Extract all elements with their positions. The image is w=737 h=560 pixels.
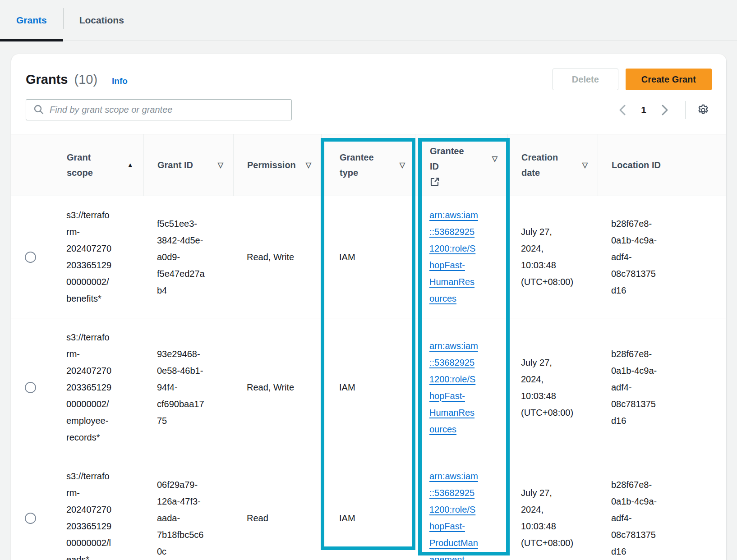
permission-cell: Read, Write xyxy=(233,196,321,318)
row-radio-button[interactable] xyxy=(25,382,36,393)
row-radio-button[interactable] xyxy=(25,252,36,263)
grantee-type-cell: IAM xyxy=(321,196,415,318)
grantee-id-link[interactable]: arn:aws:iam::536829251200:role/ShopFast-… xyxy=(429,468,478,560)
chevron-left-icon xyxy=(618,104,626,116)
grantee-type-value: IAM xyxy=(339,510,355,527)
header-grant-scope[interactable]: Grant scope ▲ xyxy=(53,134,143,196)
header-grantee-type-label: Grantee type xyxy=(340,150,385,180)
location-id-cell: b28f67e8-0a1b-4c9a-adf4-08c781375d16 xyxy=(598,457,726,560)
grantee-type-value: IAM xyxy=(339,249,355,266)
location-id-value: b28f67e8-0a1b-4c9a-adf4-08c781375d16 xyxy=(611,346,658,429)
header-selection xyxy=(11,134,53,196)
tab-locations-label: Locations xyxy=(79,15,124,26)
header-grant-scope-label: Grant scope xyxy=(67,150,112,180)
header-grantee-id[interactable]: Grantee ID ▽ xyxy=(415,134,507,196)
table-row: s3://terraform-2024072702033651290000000… xyxy=(11,457,726,560)
creation-date-cell: July 27, 2024, 10:03:48 (UTC+08:00) xyxy=(507,196,598,318)
header-creation-date-label: Creation date xyxy=(521,150,567,180)
header-grant-id-label: Grant ID xyxy=(157,157,193,173)
chevron-right-icon xyxy=(661,104,669,116)
table-row: s3://terraform-2024072702033651290000000… xyxy=(11,196,726,318)
preferences-button[interactable] xyxy=(695,101,712,119)
sort-descending-icon[interactable]: ▽ xyxy=(582,157,588,173)
permission-value: Read, Write xyxy=(247,379,294,396)
grantee-id-cell: arn:aws:iam::536829251200:role/ShopFast-… xyxy=(415,196,507,318)
header-permission-label: Permission xyxy=(247,157,296,173)
sort-ascending-icon[interactable]: ▲ xyxy=(127,157,134,173)
permission-cell: Read, Write xyxy=(233,318,321,457)
location-id-cell: b28f67e8-0a1b-4c9a-adf4-08c781375d16 xyxy=(598,318,726,457)
grant-id-value: 06f29a79-126a-47f3-aada-7b18fbc5c60c xyxy=(157,477,206,560)
creation-date-cell: July 27, 2024, 10:03:48 (UTC+08:00) xyxy=(507,457,598,560)
grantee-id-link[interactable]: arn:aws:iam::536829251200:role/ShopFast-… xyxy=(429,338,478,438)
grantee-type-cell: IAM xyxy=(321,318,415,457)
creation-date-value: July 27, 2024, 10:03:48 (UTC+08:00) xyxy=(521,354,576,421)
grant-id-cell: 93e29468-0e58-46b1-94f4-cf690baa1775 xyxy=(143,318,233,457)
grant-scope-cell: s3://terraform-2024072702033651290000000… xyxy=(53,196,143,318)
grant-scope-value: s3://terraform-2024072702033651290000000… xyxy=(66,207,112,307)
grant-scope-value: s3://terraform-2024072702033651290000000… xyxy=(66,468,112,560)
row-selection-cell xyxy=(11,457,53,560)
grants-panel: Grants (10) Info Delete Create Grant xyxy=(11,54,726,560)
header-grantee-id-label: Grantee ID xyxy=(430,143,475,174)
grantee-type-value: IAM xyxy=(339,379,355,396)
table-header-row: Grant scope ▲ Grant ID ▽ Permission ▽ Gr… xyxy=(11,134,726,196)
delete-button[interactable]: Delete xyxy=(553,69,618,90)
location-id-cell: b28f67e8-0a1b-4c9a-adf4-08c781375d16 xyxy=(598,196,726,318)
grantee-type-cell: IAM xyxy=(321,457,415,560)
toolbar: 1 xyxy=(11,90,726,120)
grantee-id-cell: arn:aws:iam::536829251200:role/ShopFast-… xyxy=(415,318,507,457)
panel-actions: Delete Create Grant xyxy=(553,69,712,90)
row-selection-cell xyxy=(11,318,53,457)
panel-title: Grants xyxy=(26,72,68,87)
grant-scope-cell: s3://terraform-2024072702033651290000000… xyxy=(53,457,143,560)
next-page-button[interactable] xyxy=(656,101,673,119)
grantee-id-link[interactable]: arn:aws:iam::536829251200:role/ShopFast-… xyxy=(429,207,478,307)
header-permission[interactable]: Permission ▽ xyxy=(233,134,321,196)
grant-id-cell: f5c51ee3-3842-4d5e-a0d9-f5e47ed27ab4 xyxy=(143,196,233,318)
gear-icon xyxy=(696,103,710,117)
permission-value: Read, Write xyxy=(247,249,294,266)
sort-descending-icon[interactable]: ▽ xyxy=(400,157,405,173)
search-input[interactable] xyxy=(26,99,292,120)
panel-header: Grants (10) Info Delete Create Grant xyxy=(11,54,726,90)
sort-descending-icon[interactable]: ▽ xyxy=(492,151,497,166)
tab-grants-label: Grants xyxy=(16,15,47,26)
search-icon xyxy=(34,105,44,115)
tab-bar: Grants Locations xyxy=(0,0,737,41)
grant-id-value: f5c51ee3-3842-4d5e-a0d9-f5e47ed27ab4 xyxy=(157,216,206,299)
creation-date-value: July 27, 2024, 10:03:48 (UTC+08:00) xyxy=(521,224,576,290)
page: Grants Locations Grants (10) Info Delete… xyxy=(0,0,737,560)
grant-scope-cell: s3://terraform-2024072702033651290000000… xyxy=(53,318,143,457)
table-body: s3://terraform-2024072702033651290000000… xyxy=(11,196,726,560)
info-link[interactable]: Info xyxy=(112,76,128,86)
grant-scope-value: s3://terraform-2024072702033651290000000… xyxy=(66,329,112,446)
create-grant-button[interactable]: Create Grant xyxy=(626,69,712,90)
header-creation-date[interactable]: Creation date ▽ xyxy=(507,134,598,196)
sort-descending-icon[interactable]: ▽ xyxy=(218,157,223,173)
previous-page-button[interactable] xyxy=(614,101,631,119)
pagination: 1 xyxy=(614,101,712,119)
toolbar-divider xyxy=(685,101,686,119)
permission-value: Read xyxy=(247,510,268,527)
sort-descending-icon[interactable]: ▽ xyxy=(306,157,311,173)
table-row: s3://terraform-2024072702033651290000000… xyxy=(11,318,726,457)
grant-id-value: 93e29468-0e58-46b1-94f4-cf690baa1775 xyxy=(157,346,206,429)
panel-count: (10) xyxy=(74,72,97,87)
header-location-id-label: Location ID xyxy=(612,157,661,173)
panel-title-group: Grants (10) Info xyxy=(26,72,128,87)
creation-date-cell: July 27, 2024, 10:03:48 (UTC+08:00) xyxy=(507,318,598,457)
search-box xyxy=(26,99,292,120)
permission-cell: Read xyxy=(233,457,321,560)
row-selection-cell xyxy=(11,196,53,318)
row-radio-button[interactable] xyxy=(25,513,36,524)
current-page-number[interactable]: 1 xyxy=(641,105,646,115)
header-grantee-type[interactable]: Grantee type ▽ xyxy=(321,134,415,196)
grants-table: Grant scope ▲ Grant ID ▽ Permission ▽ Gr… xyxy=(11,134,726,560)
creation-date-value: July 27, 2024, 10:03:48 (UTC+08:00) xyxy=(521,485,576,551)
tab-grants[interactable]: Grants xyxy=(0,0,63,41)
header-grant-id[interactable]: Grant ID ▽ xyxy=(143,134,233,196)
grantee-id-cell: arn:aws:iam::536829251200:role/ShopFast-… xyxy=(415,457,507,560)
location-id-value: b28f67e8-0a1b-4c9a-adf4-08c781375d16 xyxy=(611,477,658,560)
tab-locations[interactable]: Locations xyxy=(63,0,140,41)
